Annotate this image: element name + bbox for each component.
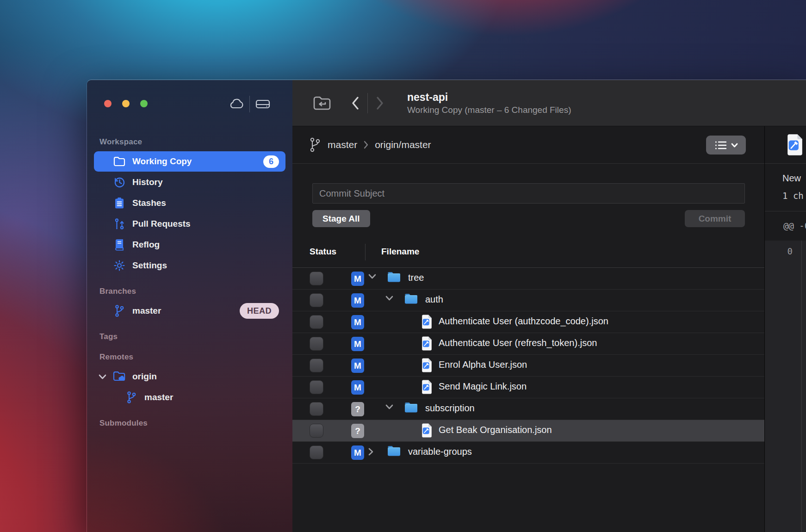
sidebar-section-header-submodules: Submodules [94, 419, 285, 428]
chevron-right-icon [363, 140, 369, 149]
filename-label: Get Beak Organisation.json [439, 425, 552, 435]
sidebar-item-history[interactable]: History [94, 172, 285, 192]
status-badge: M [351, 272, 364, 286]
sidebar-item-label: Stashes [132, 198, 166, 208]
status-badge: M [351, 380, 364, 395]
back-button[interactable] [347, 94, 363, 112]
zoom-window-button[interactable] [140, 100, 148, 107]
sidebar-item-origin[interactable]: origin [94, 366, 285, 387]
changed-files-count-badge: 6 [263, 155, 279, 168]
sidebar-item-master[interactable]: masterHEAD [94, 301, 285, 321]
status-badge: M [351, 337, 364, 351]
file-row-get-beak-organisation-json[interactable]: ?Get Beak Organisation.json [292, 420, 764, 442]
commit-area: Stage All Commit [292, 164, 764, 227]
status-badge: M [351, 359, 364, 373]
file-table-header: Status Filename [292, 243, 764, 268]
close-window-button[interactable] [104, 100, 112, 107]
diff-panel: New 1 ch @@ -0 0 [764, 126, 806, 532]
forward-button[interactable] [372, 94, 388, 112]
titlebar: nest-api Working Copy (master – 6 Change… [292, 80, 806, 126]
repository-title: nest-api [407, 91, 571, 104]
stage-checkbox[interactable] [310, 424, 323, 438]
filename-label: Send Magic Link.json [439, 381, 527, 392]
sidebar-item-label: master [132, 306, 161, 316]
sidebar-navigation: WorkspaceWorking Copy6HistoryStashesPull… [87, 126, 292, 532]
main-panel: nest-api Working Copy (master – 6 Change… [292, 80, 806, 532]
filename-label: Authenticate User (authzcode_code).json [439, 316, 608, 327]
chevron-down-icon[interactable] [385, 404, 393, 409]
sidebar-item-label: History [132, 177, 162, 187]
status-badge: M [351, 445, 364, 460]
working-copy-window: WorkspaceWorking Copy6HistoryStashesPull… [87, 80, 806, 532]
tracking-branch[interactable]: origin/master [375, 139, 431, 150]
sidebar-item-pull-requests[interactable]: Pull Requests [94, 214, 285, 234]
chevron-down-icon[interactable] [385, 296, 393, 301]
json-file-icon [421, 315, 433, 329]
sidebar-section-header-workspace: Workspace [94, 137, 285, 147]
title-block: nest-api Working Copy (master – 6 Change… [407, 91, 571, 115]
line-number-gutter: 0 [765, 241, 802, 532]
stage-checkbox[interactable] [310, 272, 323, 285]
file-row-variable-groups[interactable]: Mvariable-groups [292, 442, 764, 464]
chevron-down-icon[interactable] [99, 374, 106, 379]
sidebar-item-label: Pull Requests [132, 219, 191, 229]
stage-checkbox[interactable] [310, 315, 323, 329]
file-row-tree[interactable]: Mtree [292, 268, 764, 290]
stage-checkbox[interactable] [310, 445, 323, 459]
book-icon [112, 238, 126, 252]
file-row-auth[interactable]: Mauth [292, 290, 764, 311]
sidebar-item-master[interactable]: master [94, 387, 285, 408]
sidebar-section-header-remotes: Remotes [94, 353, 285, 362]
stage-all-button[interactable]: Stage All [312, 210, 370, 227]
branch-bar: master origin/master [292, 126, 764, 164]
filename-column-header: Filename [381, 247, 419, 257]
filename-label: subscription [425, 403, 475, 414]
sidebar-toolbar [226, 96, 273, 112]
chevron-right-icon[interactable] [368, 448, 373, 456]
file-row-authenticate-user-refresh-token-json[interactable]: MAuthenticate User (refresh_token).json [292, 333, 764, 355]
folder-icon [387, 445, 401, 457]
file-row-authenticate-user-authzcode-code-json[interactable]: MAuthenticate User (authzcode_code).json [292, 311, 764, 333]
head-badge: HEAD [240, 303, 279, 319]
sidebar-item-label: master [144, 392, 173, 402]
stage-checkbox[interactable] [310, 380, 323, 394]
file-row-enrol-alpha-user-json[interactable]: MEnrol Alpha User.json [292, 355, 764, 377]
file-row-subscription[interactable]: ?subscription [292, 398, 764, 420]
sidebar-item-settings[interactable]: Settings [94, 255, 285, 276]
view-options-button[interactable] [706, 136, 746, 155]
repository-subtitle: Working Copy (master – 6 Changed Files) [407, 105, 571, 115]
stage-checkbox[interactable] [310, 337, 323, 351]
json-file-icon [421, 358, 433, 372]
json-file-icon [786, 134, 804, 158]
folder-icon [404, 402, 418, 414]
repository-list-icon[interactable] [311, 94, 333, 112]
commit-button[interactable]: Commit [685, 210, 745, 227]
cloud-sync-icon[interactable] [226, 96, 247, 112]
stage-checkbox[interactable] [310, 293, 323, 307]
chevron-down-icon[interactable] [368, 274, 376, 279]
hunk-header-text: @@ -0 [783, 221, 806, 231]
gear-icon [112, 259, 126, 272]
file-status-label: New [782, 173, 801, 184]
external-drive-icon[interactable] [252, 96, 273, 112]
minimize-window-button[interactable] [122, 100, 130, 107]
sidebar-item-label: Reflog [132, 240, 160, 250]
filename-label: variable-groups [408, 446, 472, 457]
sidebar-item-stashes[interactable]: Stashes [94, 193, 285, 213]
desktop: WorkspaceWorking Copy6HistoryStashesPull… [0, 0, 806, 532]
current-branch[interactable]: master [328, 139, 357, 150]
sidebar-item-reflog[interactable]: Reflog [94, 235, 285, 255]
history-icon [112, 175, 126, 189]
commit-subject-input[interactable] [312, 183, 745, 204]
json-file-icon [421, 380, 433, 394]
stage-checkbox[interactable] [310, 359, 323, 372]
status-badge: M [351, 293, 364, 308]
filename-label: tree [408, 272, 424, 283]
filename-label: Authenticate User (refresh_token).json [439, 338, 597, 348]
file-row-send-magic-link-json[interactable]: MSend Magic Link.json [292, 377, 764, 398]
toolbar-divider [249, 96, 250, 112]
filename-label: Enrol Alpha User.json [439, 359, 527, 370]
sidebar-item-working-copy[interactable]: Working Copy6 [94, 151, 285, 172]
status-column-header: Status [310, 247, 336, 257]
stage-checkbox[interactable] [310, 402, 323, 416]
